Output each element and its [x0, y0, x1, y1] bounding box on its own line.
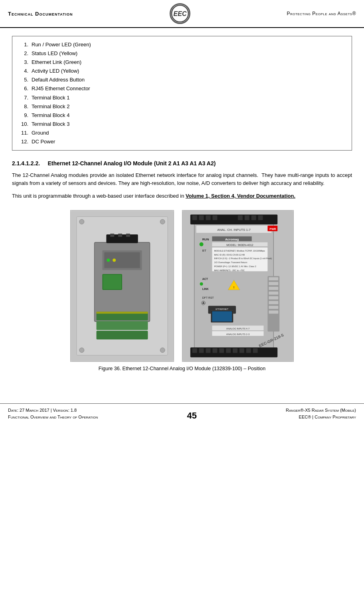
svg-rect-16: [126, 234, 130, 237]
svg-rect-12: [97, 311, 148, 313]
paragraph-1: The 12-Channel Analog modules provide an…: [12, 171, 352, 187]
svg-text:EEC: EEC: [173, 10, 186, 17]
footer-page-number: 45: [187, 411, 196, 421]
svg-rect-66: [269, 282, 278, 285]
svg-rect-71: [269, 306, 278, 309]
svg-text:ANALOG INPUTS 2-3: ANALOG INPUTS 2-3: [226, 333, 250, 335]
svg-text:!: !: [233, 286, 235, 289]
svg-rect-63: [212, 311, 232, 321]
svg-rect-84: [233, 348, 237, 353]
svg-text:MODEL: 963EN-4012: MODEL: 963EN-4012: [226, 243, 253, 246]
svg-point-6: [79, 347, 84, 352]
footer-proprietary: EEC® | Company Proprietary: [286, 414, 356, 421]
svg-rect-81: [212, 348, 217, 353]
svg-rect-32: [251, 215, 256, 220]
svg-text:INP./CH (X 6): -2 Product B to: INP./CH (X 6): -2 Product B to 60mA DC I…: [214, 257, 272, 260]
list-item: 4.Activity LED (Yellow): [19, 67, 345, 75]
svg-text:ACT: ACT: [202, 278, 208, 280]
svg-rect-86: [246, 348, 251, 353]
svg-rect-69: [269, 296, 278, 299]
svg-point-53: [200, 282, 203, 286]
list-item: 6.RJ45 Ethernet Connector: [19, 84, 345, 93]
svg-rect-15: [118, 234, 122, 237]
svg-text:BT: BT: [202, 248, 206, 252]
svg-point-4: [79, 219, 84, 224]
list-item: 5.Default Address Button: [19, 75, 345, 84]
section-number: 2.1.4.1.2.2.: [12, 160, 40, 167]
figure-area: ANAL. CH. INPUTS 1-7 PWR RUN BT Acromag …: [12, 210, 352, 362]
list-item: 3.Ethernet Link (Green): [19, 58, 345, 67]
svg-text:Acromag: Acromag: [225, 237, 239, 241]
svg-rect-72: [269, 310, 278, 313]
svg-rect-10: [97, 321, 148, 330]
svg-text:ANAL. CH. INPUTS 1-7: ANAL. CH. INPUTS 1-7: [217, 228, 251, 232]
footer-date: Date: 27 March 2017 | Version: 1.8: [8, 407, 98, 414]
svg-text:1/O Overvoltage: Transient Ret: 1/O Overvoltage: Transient Return: [214, 261, 247, 264]
svg-text:RUN: RUN: [202, 237, 209, 241]
svg-text:MAC ID (R): 00:01:C5:00:12:4B: MAC ID (R): 00:01:C5:00:12:4B: [214, 253, 245, 256]
paragraph-2: This unit is programmable through a web-…: [12, 192, 352, 200]
list-item: 2.Status LED (Yellow): [19, 49, 345, 58]
svg-point-7: [160, 347, 165, 352]
svg-rect-22: [103, 275, 121, 289]
header-title-left: Technical Documentation: [8, 11, 73, 17]
figure-image-right: ANAL. CH. INPUTS 1-7 PWR RUN BT Acromag …: [182, 210, 294, 362]
svg-text:POWER (P=): 12-36VDC 1.4V Min.: POWER (P=): 12-36VDC 1.4V Min. Class 2: [214, 265, 256, 268]
footer-function: Functional Overview and Theory of Operat…: [8, 414, 98, 421]
section-heading: 2.1.4.1.2.2. Ethernet 12-Channel Analog …: [12, 160, 352, 167]
list-item: 1.Run / Power LED (Green): [19, 40, 345, 49]
svg-rect-78: [192, 348, 197, 353]
section-title: Ethernet 12-Channel Analog I/O Module (U…: [48, 160, 216, 167]
svg-text:ANALOG INPUTS 4-7: ANALOG INPUTS 4-7: [226, 327, 249, 330]
svg-rect-68: [269, 291, 278, 294]
svg-rect-65: [269, 277, 278, 280]
eec-logo: EEC: [170, 3, 190, 24]
main-content: 1.Run / Power LED (Green) 2.Status LED (…: [0, 28, 364, 387]
svg-rect-27: [199, 215, 204, 220]
svg-point-39: [200, 242, 204, 246]
svg-rect-14: [110, 234, 114, 237]
svg-rect-80: [206, 348, 211, 353]
list-item: 7.Terminal Block 1: [19, 93, 345, 102]
list-item: 11.Ground: [19, 129, 345, 137]
component-list-table: 1.Run / Power LED (Green) 2.Status LED (…: [12, 36, 352, 151]
svg-text:DFT RST: DFT RST: [202, 296, 214, 299]
svg-text:MAX AMBIEN(T): -20C to +70C: MAX AMBIEN(T): -20C to +70C: [214, 269, 245, 272]
svg-text:ETHERNET: ETHERNET: [216, 308, 228, 310]
svg-rect-87: [253, 348, 258, 353]
svg-rect-28: [206, 215, 211, 220]
svg-point-20: [113, 258, 116, 262]
figure-caption: Figure 36. Ethernet 12-Channel Analog I/…: [12, 366, 352, 371]
svg-rect-33: [258, 215, 263, 220]
svg-rect-79: [199, 348, 204, 353]
header-logo: EEC: [170, 3, 190, 24]
header-title-right: Protecting People and Assets®: [287, 11, 356, 16]
svg-rect-29: [212, 215, 217, 220]
svg-rect-30: [238, 215, 243, 220]
svg-rect-82: [219, 348, 224, 353]
svg-point-5: [160, 219, 165, 224]
volume-link: Volume 1, Section 4, Vendor Documentatio…: [186, 193, 295, 199]
svg-rect-67: [269, 287, 278, 290]
figure-image-left: [70, 210, 174, 362]
footer-product: Ranger®-X5 Radar System (Mobile): [286, 407, 356, 414]
svg-rect-85: [239, 348, 244, 353]
component-list: 1.Run / Power LED (Green) 2.Status LED (…: [19, 40, 345, 146]
svg-point-19: [107, 258, 110, 262]
svg-rect-26: [192, 215, 197, 220]
svg-text:MODULE:ETHERNET, Modbus TCP/IP: MODULE:ETHERNET, Modbus TCP/IP, 10/100Mb…: [214, 249, 265, 252]
list-item: 8.Terminal Block 2: [19, 102, 345, 111]
footer-right: Ranger®-X5 Radar System (Mobile) EEC® | …: [286, 407, 356, 421]
svg-rect-31: [245, 215, 249, 220]
svg-rect-83: [226, 348, 231, 353]
page-header: Technical Documentation EEC Protecting P…: [0, 0, 364, 28]
list-item: 9.Terminal Block 4: [19, 111, 345, 120]
list-item: 10.Terminal Block 3: [19, 120, 345, 129]
footer-left: Date: 27 March 2017 | Version: 1.8 Funct…: [8, 407, 98, 421]
svg-text:LINK: LINK: [202, 287, 209, 290]
svg-rect-70: [269, 301, 278, 304]
svg-rect-11: [97, 331, 148, 339]
page-footer: Date: 27 March 2017 | Version: 1.8 Funct…: [0, 403, 364, 424]
svg-text:PWR: PWR: [269, 228, 276, 230]
list-item: 12.DC Power: [19, 137, 345, 146]
